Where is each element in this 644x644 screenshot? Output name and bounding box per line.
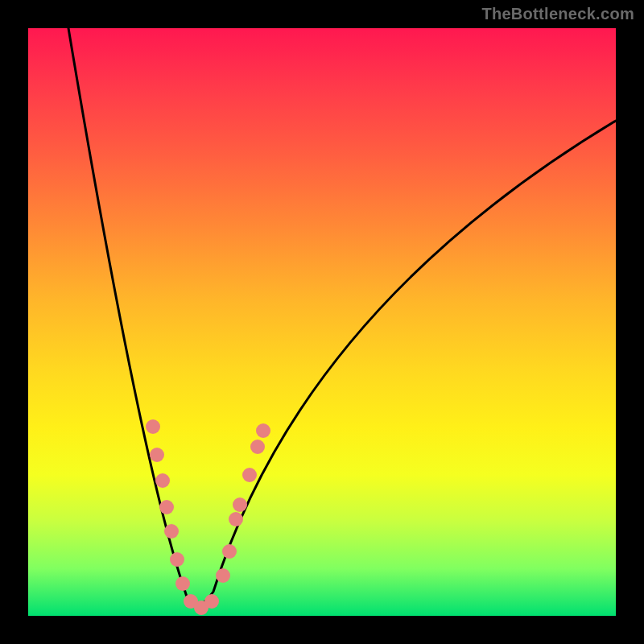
data-dots	[28, 28, 616, 616]
dot	[170, 552, 184, 567]
dot	[229, 512, 243, 526]
dot	[242, 468, 257, 482]
dot	[204, 594, 219, 609]
dot	[175, 576, 190, 591]
plot-area	[28, 28, 616, 616]
watermark-label: TheBottleneck.com	[481, 5, 634, 23]
dot	[155, 473, 170, 488]
dot	[233, 497, 247, 512]
dot	[222, 544, 237, 559]
dot	[150, 448, 164, 462]
dot	[159, 500, 174, 514]
dot	[216, 568, 230, 583]
dot	[146, 419, 160, 434]
dot	[256, 423, 270, 438]
dot	[250, 440, 265, 454]
dot	[164, 524, 179, 539]
stage: TheBottleneck.com	[0, 0, 644, 644]
